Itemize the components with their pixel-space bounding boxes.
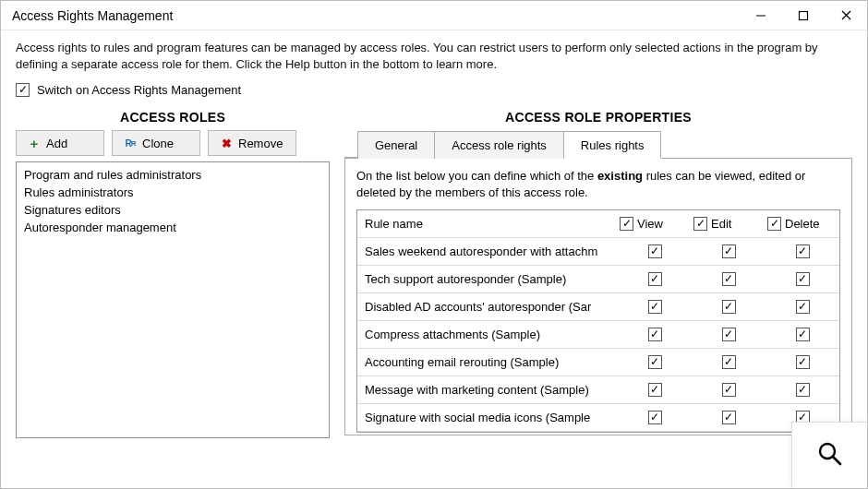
view-checkbox[interactable] <box>648 355 662 369</box>
view-checkbox[interactable] <box>648 383 662 397</box>
intro-text: Access rights to rules and program featu… <box>16 40 852 72</box>
col-header-view[interactable]: View <box>618 217 692 231</box>
tab-rules-rights[interactable]: Rules rights <box>563 131 662 159</box>
roles-heading: ACCESS ROLES <box>16 110 330 125</box>
roles-toolbar: + Add RR Clone ✖ Remove <box>16 130 330 156</box>
header-edit-checkbox[interactable] <box>693 217 707 231</box>
edit-checkbox[interactable] <box>722 355 736 369</box>
main-switch-row[interactable]: Switch on Access Rights Management <box>16 83 852 97</box>
titlebar: Access Rights Management <box>1 1 867 30</box>
tab-access-role-rights[interactable]: Access role rights <box>434 131 564 159</box>
role-item[interactable]: Autoresponder management <box>22 219 323 236</box>
cell-view <box>618 383 692 397</box>
rule-name-cell: Sales weekend autoresponder with attachm <box>357 244 618 258</box>
view-checkbox[interactable] <box>648 244 662 258</box>
zoom-tab[interactable] <box>791 422 867 488</box>
minimize-button[interactable] <box>740 1 782 30</box>
main-switch-checkbox[interactable] <box>16 83 30 97</box>
rule-name-cell: Accounting email rerouting (Sample) <box>357 355 618 369</box>
delete-checkbox[interactable] <box>796 355 810 369</box>
add-button-label: Add <box>46 137 67 150</box>
cell-delete <box>766 355 839 369</box>
close-button[interactable] <box>825 1 867 30</box>
cell-view <box>618 244 692 258</box>
delete-checkbox[interactable] <box>796 272 810 286</box>
table-row[interactable]: Message with marketing content (Sample) <box>357 376 839 404</box>
roles-list[interactable]: Program and rules administratorsRules ad… <box>16 161 330 438</box>
properties-heading: ACCESS ROLE PROPERTIES <box>344 110 852 125</box>
delete-checkbox[interactable] <box>796 244 810 258</box>
col-header-name[interactable]: Rule name <box>357 217 618 231</box>
cell-edit <box>692 272 766 286</box>
rule-name-cell: Tech support autoresponder (Sample) <box>357 272 618 286</box>
remove-button[interactable]: ✖ Remove <box>208 130 296 156</box>
role-item[interactable]: Program and rules administrators <box>22 166 323 184</box>
rule-name-cell: Message with marketing content (Sample) <box>357 383 618 397</box>
cell-edit <box>692 328 766 341</box>
cell-view <box>618 411 692 424</box>
edit-checkbox[interactable] <box>722 244 736 258</box>
role-item[interactable]: Signatures editors <box>22 201 323 219</box>
cell-view <box>618 300 692 314</box>
view-checkbox[interactable] <box>648 411 662 424</box>
cell-view <box>618 272 692 286</box>
cell-edit <box>692 355 766 369</box>
edit-checkbox[interactable] <box>722 300 736 314</box>
remove-button-label: Remove <box>238 137 283 150</box>
cell-delete <box>766 300 839 314</box>
table-row[interactable]: Signature with social media icons (Sampl… <box>357 404 839 432</box>
view-checkbox[interactable] <box>648 300 662 314</box>
cell-delete <box>766 244 839 258</box>
cell-edit <box>692 383 766 397</box>
remove-icon: ✖ <box>220 137 233 149</box>
edit-checkbox[interactable] <box>722 383 736 397</box>
view-checkbox[interactable] <box>648 272 662 286</box>
rule-name-cell: Compress attachments (Sample) <box>357 328 618 341</box>
delete-checkbox[interactable] <box>796 300 810 314</box>
cell-edit <box>692 300 766 314</box>
table-row[interactable]: Disabled AD accounts' autoresponder (Sar <box>357 293 839 321</box>
tab-general[interactable]: General <box>357 131 435 159</box>
cell-edit <box>692 411 766 424</box>
panel-description: On the list below you can define which o… <box>356 168 840 200</box>
plus-icon: + <box>28 137 41 149</box>
rule-name-cell: Signature with social media icons (Sampl… <box>357 411 618 424</box>
window-title: Access Rights Management <box>12 8 740 23</box>
grid-header: Rule name View Edit Delete <box>357 210 839 238</box>
role-item[interactable]: Rules administrators <box>22 184 323 201</box>
search-icon <box>816 440 844 471</box>
cell-delete <box>766 272 839 286</box>
delete-checkbox[interactable] <box>796 328 810 341</box>
cell-view <box>618 328 692 341</box>
cell-delete <box>766 328 839 341</box>
cell-delete <box>766 383 839 397</box>
header-delete-checkbox[interactable] <box>767 217 781 231</box>
cell-view <box>618 355 692 369</box>
maximize-button[interactable] <box>782 1 825 30</box>
table-row[interactable]: Sales weekend autoresponder with attachm <box>357 238 839 266</box>
clone-button[interactable]: RR Clone <box>112 130 200 156</box>
edit-checkbox[interactable] <box>722 411 736 424</box>
cell-edit <box>692 244 766 258</box>
main-switch-label: Switch on Access Rights Management <box>37 83 241 97</box>
col-header-edit[interactable]: Edit <box>692 217 766 231</box>
view-checkbox[interactable] <box>648 328 662 341</box>
table-row[interactable]: Tech support autoresponder (Sample) <box>357 266 839 293</box>
delete-checkbox[interactable] <box>796 383 810 397</box>
header-view-checkbox[interactable] <box>620 217 633 231</box>
tab-panel: On the list below you can define which o… <box>344 159 852 435</box>
clone-icon: RR <box>124 137 137 149</box>
rule-name-cell: Disabled AD accounts' autoresponder (Sar <box>357 300 618 314</box>
table-row[interactable]: Accounting email rerouting (Sample) <box>357 349 839 376</box>
edit-checkbox[interactable] <box>722 328 736 341</box>
svg-rect-1 <box>800 11 808 19</box>
table-row[interactable]: Compress attachments (Sample) <box>357 321 839 349</box>
col-header-delete[interactable]: Delete <box>766 217 839 231</box>
clone-button-label: Clone <box>142 137 174 150</box>
edit-checkbox[interactable] <box>722 272 736 286</box>
svg-line-5 <box>833 457 840 464</box>
add-button[interactable]: + Add <box>16 130 104 156</box>
tabs: General Access role rights Rules rights <box>344 130 852 159</box>
rules-grid: Rule name View Edit Delete Sales weekend… <box>356 209 840 433</box>
